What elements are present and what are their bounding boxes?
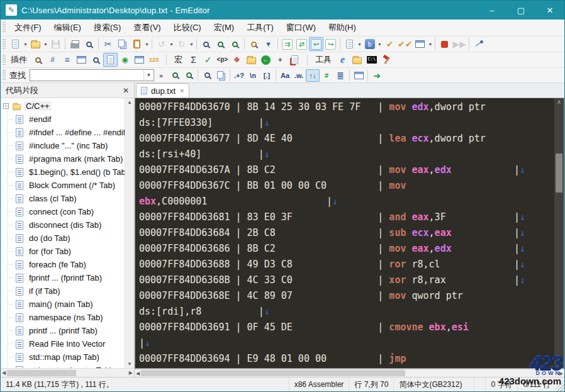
editor-scroll-left-icon[interactable]: ◀	[136, 371, 140, 376]
plugin-explorer-button[interactable]	[74, 53, 89, 67]
plugin-search-button[interactable]	[31, 53, 45, 67]
menu-item[interactable]: 查看(V)	[127, 20, 167, 36]
char-class-button[interactable]: [.]	[260, 69, 274, 82]
bookmark-all-button[interactable]: ✔✔	[397, 37, 413, 51]
filter-button[interactable]: ▼	[261, 37, 276, 51]
copy-button[interactable]	[115, 37, 130, 51]
scroll-right-icon[interactable]: ▶	[129, 370, 133, 376]
macro-check-button[interactable]: ✓	[201, 53, 215, 67]
maximize-button[interactable]: ▢	[506, 1, 535, 20]
status-encoding[interactable]: 简体中文(GB2312)	[394, 378, 474, 391]
paste-button[interactable]	[130, 37, 144, 51]
plugins-menu-button[interactable]: b	[362, 37, 377, 51]
snippet-item[interactable]: do (do Tab)	[1, 232, 125, 245]
open-file-button[interactable]	[28, 37, 43, 51]
bookmark-toggle-button[interactable]: ✔	[383, 37, 397, 51]
run-macro-button[interactable]: ▶▶	[452, 37, 467, 51]
snippets-tree[interactable]: − C/C++ #endif#ifndef ... #define ... #e…	[1, 98, 125, 368]
plugins-menu-dropdown[interactable]: ▼	[377, 42, 383, 47]
replace-button[interactable]	[228, 37, 242, 51]
plugin-word-complete-button[interactable]: ◉	[118, 53, 132, 67]
editor-scroll-right-icon[interactable]: ▶	[559, 371, 563, 376]
tab-dup-txt[interactable]: dup.txt ×	[136, 83, 189, 98]
snippet-item[interactable]: for (for Tab)	[1, 245, 125, 258]
go-next-button[interactable]: ➜	[370, 69, 384, 82]
print-preview-button[interactable]	[82, 37, 96, 51]
macro-back-button[interactable]: ←	[259, 53, 273, 67]
find-combo-arrow[interactable]: ▼	[143, 70, 154, 81]
menu-item[interactable]: 窗口(W)	[280, 20, 322, 36]
outline-dropdown[interactable]: ▼	[357, 42, 362, 47]
outline-button[interactable]	[342, 37, 357, 51]
snippet-item[interactable]: printf ... (printf Tab)	[1, 324, 125, 337]
wrap-by-page-button[interactable]: ↪	[323, 37, 338, 51]
snippet-item[interactable]: Read File Into Vector	[1, 337, 125, 350]
editor-scroll-up-icon[interactable]: ∧	[557, 99, 561, 105]
macro-folder-search-button[interactable]	[244, 53, 259, 67]
list-results-button[interactable]: ≣	[333, 69, 347, 82]
find-previous-button[interactable]	[168, 69, 182, 82]
snippet-item[interactable]: std::map (map Tab)	[1, 350, 125, 364]
snippet-item[interactable]: #ifndef ... #define ... #endif	[1, 126, 125, 139]
checkbox-options-button[interactable]	[413, 37, 427, 51]
menu-item[interactable]: 工具(T)	[240, 20, 280, 36]
plugin-tooltip-button[interactable]: 123	[147, 53, 161, 67]
window-resize-grip[interactable]	[556, 378, 564, 391]
status-syntax[interactable]: x86 Assembler	[289, 378, 350, 391]
close-button[interactable]: ✕	[535, 1, 564, 20]
find-input[interactable]	[30, 70, 143, 80]
editor-vertical-scrollbar[interactable]: ∧ ∨	[554, 98, 564, 368]
tool-browser-button[interactable]: e	[335, 53, 350, 67]
menu-item[interactable]: 搜索(S)	[87, 20, 127, 36]
pin-button[interactable]	[471, 37, 486, 51]
tool-customize-button[interactable]	[379, 53, 393, 67]
wrap-none-button[interactable]: ⇉	[280, 37, 294, 51]
snippets-hscroll-thumb[interactable]	[7, 370, 76, 376]
plugin-snippets-button[interactable]	[103, 53, 118, 67]
scroll-left-icon[interactable]: ◀	[2, 370, 6, 376]
cut-button[interactable]: ✂	[101, 37, 115, 51]
escape-sequence-button[interactable]: \n	[246, 69, 260, 82]
scroll-up-icon[interactable]: ▲	[127, 99, 132, 105]
menu-item[interactable]: 比较(C)	[167, 20, 208, 36]
record-macro-button[interactable]	[437, 37, 452, 51]
plugin-outline-text-button[interactable]: ≡	[60, 53, 74, 67]
save-button[interactable]	[48, 37, 63, 51]
snippets-panel-close-button[interactable]: ✕	[120, 85, 131, 96]
minimize-button[interactable]: –	[478, 1, 506, 20]
snippet-item[interactable]: #include "..." (inc Tab)	[1, 139, 125, 152]
tool-command-prompt-button[interactable]: C:\	[364, 53, 379, 67]
editor-scroll-down-icon[interactable]: ∨	[557, 361, 561, 367]
focus-editor-button[interactable]	[352, 69, 366, 82]
redo-dropdown[interactable]: ▼	[189, 42, 194, 47]
editor-viewport[interactable]: 00007FF84DD63670 | 8B 14 25 30 03 FE 7F …	[135, 98, 554, 368]
print-button[interactable]	[67, 37, 82, 51]
menu-item[interactable]: 编辑(E)	[48, 20, 87, 36]
snippet-item[interactable]: #pragma mark (mark Tab)	[1, 152, 125, 165]
regex-button[interactable]: .+?	[232, 69, 246, 82]
snippet-item[interactable]: $1.begin(), $1.end() (b Tab)	[1, 165, 125, 179]
snippet-item[interactable]: connect (con Tab)	[1, 205, 125, 218]
undo-dropdown[interactable]: ▼	[169, 42, 174, 47]
whole-word-button[interactable]: .w.	[292, 69, 306, 82]
redo-button[interactable]: ↻	[174, 37, 189, 51]
open-file-dropdown[interactable]: ▼	[43, 42, 48, 47]
macro-compare-button[interactable]	[288, 53, 302, 67]
plugin-html-bar-button[interactable]	[132, 53, 147, 67]
checkbox-options-dropdown[interactable]: ▼	[427, 42, 433, 47]
find-button[interactable]	[199, 37, 213, 51]
number-search-button[interactable]: #	[320, 69, 333, 82]
snippets-horizontal-scrollbar[interactable]: ◀ ▶	[1, 368, 134, 377]
snippet-item[interactable]: class (cl Tab)	[1, 192, 125, 205]
editor-vscroll-thumb[interactable]	[556, 154, 562, 193]
extract-all-button[interactable]	[214, 69, 228, 82]
editor-hscroll-thumb[interactable]	[141, 370, 405, 376]
snippet-item[interactable]: if (if Tab)	[1, 284, 125, 298]
undo-button[interactable]: ↺	[154, 37, 169, 51]
toolbar-overflow-chevron[interactable]: »	[154, 69, 168, 82]
match-case-button[interactable]: Aa	[278, 69, 292, 82]
snippet-item[interactable]: #endif	[1, 113, 125, 126]
snippets-vertical-scrollbar[interactable]: ▲ ▼	[125, 98, 134, 368]
scroll-down-icon[interactable]: ▼	[127, 361, 132, 367]
menu-item[interactable]: 文件(F)	[8, 20, 48, 36]
